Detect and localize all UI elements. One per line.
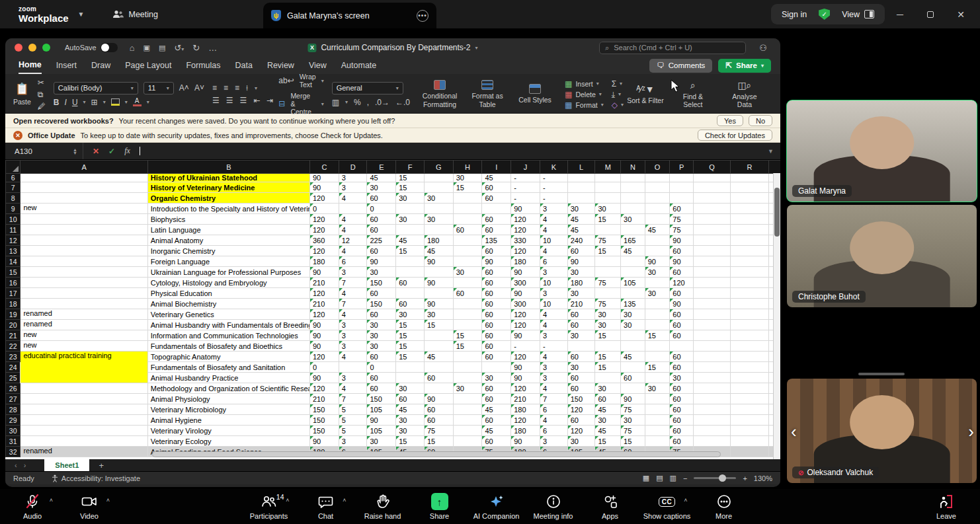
row-header-19[interactable]: 19 xyxy=(6,309,20,320)
formula-bar-expand-icon[interactable]: ▼ xyxy=(768,148,774,155)
cell-A9[interactable]: new xyxy=(20,204,147,214)
cell-K27[interactable]: 7 xyxy=(540,394,567,404)
cell-K7[interactable]: - xyxy=(540,182,567,193)
zoom-slider-knob[interactable] xyxy=(719,474,726,482)
cell-E7[interactable]: 30 xyxy=(367,182,396,193)
cell-O30[interactable] xyxy=(645,426,670,436)
row-header-30[interactable]: 30 xyxy=(6,426,20,436)
cell-B12[interactable]: Animal Anatomy xyxy=(147,235,309,246)
cell-B30[interactable]: Veterinary Virology xyxy=(147,426,309,436)
cell-L10[interactable]: 45 xyxy=(567,214,595,225)
cell-E24[interactable]: 0 xyxy=(367,362,396,373)
cell-O19[interactable] xyxy=(645,309,670,320)
sensitivity-button[interactable]: 🖈 Sensitivity ▾ xyxy=(774,77,780,112)
cell-C11[interactable]: 120 xyxy=(309,225,339,235)
cell-L31[interactable]: 30 xyxy=(567,436,595,447)
cell-I31[interactable]: 60 xyxy=(482,436,511,447)
cell-J24[interactable]: 90 xyxy=(511,362,540,373)
cell-B8[interactable]: Organic Chemistry xyxy=(147,193,309,204)
row-header-13[interactable]: 13 xyxy=(6,246,20,256)
cell-K31[interactable]: 3 xyxy=(540,436,567,447)
cell-L6[interactable] xyxy=(567,174,595,182)
cell-H17[interactable]: 60 xyxy=(453,288,482,299)
gallery-prev-icon[interactable]: ‹ xyxy=(791,423,797,440)
cell-N23[interactable]: 45 xyxy=(621,352,645,362)
cell-P23[interactable]: 60 xyxy=(670,352,694,362)
cell-K25[interactable]: 3 xyxy=(540,373,567,383)
cell-H15[interactable]: 30 xyxy=(453,267,482,278)
cell-Q25[interactable] xyxy=(693,373,730,383)
col-header-O[interactable]: O xyxy=(645,161,670,174)
cell-Q16[interactable] xyxy=(693,278,730,288)
cell-J14[interactable]: 180 xyxy=(511,256,540,267)
cell-M19[interactable]: 30 xyxy=(595,309,621,320)
cell-K20[interactable]: 4 xyxy=(540,320,567,330)
col-header-J[interactable]: J xyxy=(511,161,540,174)
cell-P14[interactable]: 90 xyxy=(670,256,694,267)
col-header-A[interactable]: A xyxy=(20,161,147,174)
decrease-indent-icon[interactable]: ⇤ xyxy=(253,96,260,105)
cell-K6[interactable]: - xyxy=(540,174,567,182)
cell-H6[interactable]: 30 xyxy=(453,174,482,182)
cell-R6[interactable] xyxy=(730,174,768,182)
cell-D7[interactable]: 3 xyxy=(339,182,367,193)
cell-M17[interactable] xyxy=(595,288,621,299)
ai-companion-button[interactable]: AI Companion xyxy=(468,489,525,524)
cell-E30[interactable]: 105 xyxy=(367,426,396,436)
cell-A32[interactable]: renamed xyxy=(20,447,147,457)
cell-E12[interactable]: 225 xyxy=(367,235,396,246)
cell-B11[interactable]: Latin Language xyxy=(147,225,309,235)
cell-D11[interactable]: 4 xyxy=(339,225,367,235)
cell-P15[interactable]: 60 xyxy=(670,267,694,278)
cell-C7[interactable]: 90 xyxy=(309,182,339,193)
cell-F16[interactable]: 60 xyxy=(396,278,425,288)
col-header-P[interactable]: P xyxy=(670,161,694,174)
cell-N24[interactable] xyxy=(621,362,645,373)
meeting-info-button[interactable]: Meeting info xyxy=(525,489,582,524)
cell-D25[interactable]: 3 xyxy=(339,373,367,383)
cell-F20[interactable]: 15 xyxy=(396,320,425,330)
cell-K18[interactable]: 10 xyxy=(540,299,567,309)
cell-N8[interactable] xyxy=(621,193,645,204)
cell-M31[interactable]: 15 xyxy=(595,436,621,447)
cell-I14[interactable]: 90 xyxy=(482,256,511,267)
cell-O12[interactable] xyxy=(645,235,670,246)
cell-G28[interactable]: 60 xyxy=(424,404,453,415)
cell-F21[interactable]: 15 xyxy=(396,330,425,341)
cell-R25[interactable] xyxy=(730,373,768,383)
cell-R26[interactable] xyxy=(730,383,768,394)
cell-D22[interactable]: 3 xyxy=(339,341,367,352)
cell-K13[interactable]: 4 xyxy=(540,246,567,256)
cell-H16[interactable] xyxy=(453,278,482,288)
cell-D12[interactable]: 12 xyxy=(339,235,367,246)
cell-C10[interactable]: 120 xyxy=(309,214,339,225)
cell-O9[interactable] xyxy=(645,204,670,214)
cell-P16[interactable]: 120 xyxy=(670,278,694,288)
cell-R20[interactable] xyxy=(730,320,768,330)
participants-button[interactable]: Participants14˄ xyxy=(241,489,298,524)
coauthor-presence-icon[interactable]: ⚇ xyxy=(759,43,767,53)
cell-O16[interactable] xyxy=(645,278,670,288)
zoom-out-icon[interactable]: − xyxy=(683,474,687,482)
cell-N14[interactable] xyxy=(621,256,645,267)
cell-B28[interactable]: Veterinary Microbiology xyxy=(147,404,309,415)
cell-N11[interactable] xyxy=(621,225,645,235)
cell-H7[interactable]: 15 xyxy=(453,182,482,193)
cell-M11[interactable] xyxy=(595,225,621,235)
cell-B22[interactable]: Fundamentals of Biosafety and Bioethics xyxy=(147,341,309,352)
cell-K10[interactable]: 4 xyxy=(540,214,567,225)
cell-L17[interactable]: 30 xyxy=(567,288,595,299)
cell-R28[interactable] xyxy=(730,404,768,415)
cell-O11[interactable]: 45 xyxy=(645,225,670,235)
ribbon-tab-review[interactable]: Review xyxy=(267,58,294,73)
cell-J8[interactable]: - xyxy=(511,193,540,204)
cell-D26[interactable]: 4 xyxy=(339,383,367,394)
col-header-G[interactable]: G xyxy=(424,161,453,174)
cell-E16[interactable]: 150 xyxy=(367,278,396,288)
cell-I7[interactable]: 60 xyxy=(482,182,511,193)
cell-C19[interactable]: 120 xyxy=(309,309,339,320)
cell-N19[interactable]: 30 xyxy=(621,309,645,320)
cell-F7[interactable]: 15 xyxy=(396,182,425,193)
cell-N6[interactable] xyxy=(621,174,645,182)
cell-H12[interactable] xyxy=(453,235,482,246)
